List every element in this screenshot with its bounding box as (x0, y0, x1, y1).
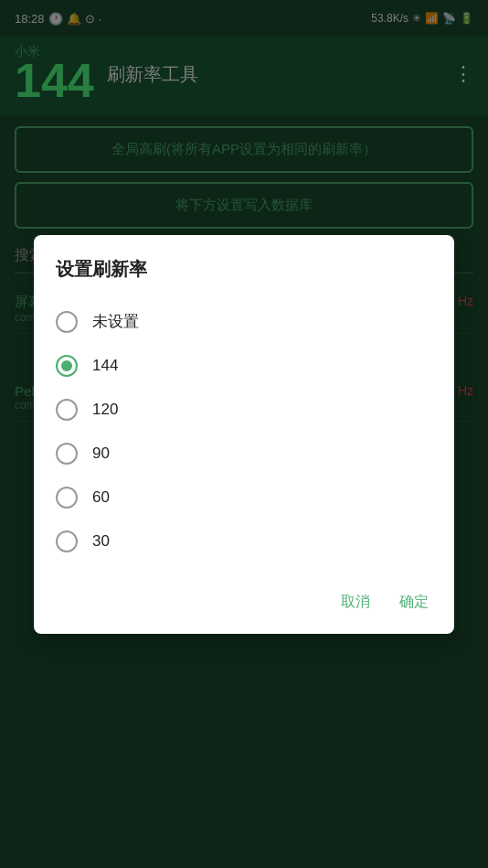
dialog-title: 设置刷新率 (56, 257, 432, 282)
radio-circle-none (56, 311, 78, 333)
radio-option-144[interactable]: 144 (56, 344, 432, 388)
radio-circle-120 (56, 399, 78, 421)
radio-circle-144 (56, 355, 78, 377)
dialog-overlay: 设置刷新率 未设置 144 120 90 60 30 (0, 0, 488, 868)
cancel-button[interactable]: 取消 (337, 585, 374, 619)
radio-option-none[interactable]: 未设置 (56, 300, 432, 344)
radio-option-90[interactable]: 90 (56, 432, 432, 476)
radio-option-60[interactable]: 60 (56, 476, 432, 520)
radio-option-30[interactable]: 30 (56, 520, 432, 563)
radio-label-30: 30 (92, 532, 110, 551)
confirm-button[interactable]: 确定 (396, 585, 432, 619)
radio-circle-60 (56, 487, 78, 509)
radio-label-144: 144 (92, 357, 118, 375)
radio-option-120[interactable]: 120 (56, 388, 432, 432)
dialog: 设置刷新率 未设置 144 120 90 60 30 (34, 235, 454, 634)
radio-label-60: 60 (92, 488, 110, 507)
radio-label-none: 未设置 (92, 311, 139, 332)
radio-circle-90 (56, 443, 78, 465)
radio-label-120: 120 (92, 401, 118, 419)
radio-circle-30 (56, 530, 78, 552)
radio-label-90: 90 (92, 445, 110, 463)
dialog-actions: 取消 确定 (56, 578, 432, 619)
